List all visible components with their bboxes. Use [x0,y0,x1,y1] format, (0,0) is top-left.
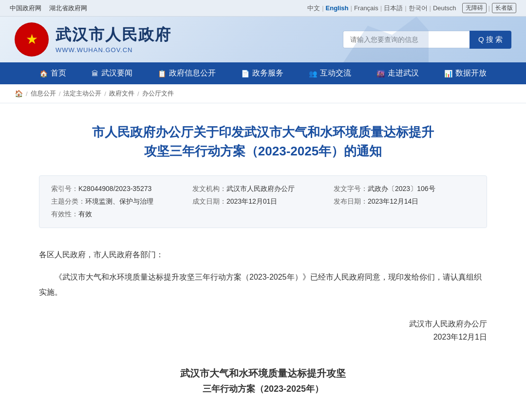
meta-row-3: 有效性：有效 [51,210,475,219]
meta-validity: 有效性：有效 [51,210,192,219]
body-paragraph: 《武汉市大气和水环境质量达标提升攻坚三年行动方案（2023-2025年）》已经市… [39,270,487,300]
nav-about-label: 走进武汉 [388,68,419,78]
nav-gov-services[interactable]: 📄 政务服务 [228,62,296,84]
subdoc-title-line1: 武汉市大气和水环境质量达标提升攻坚 [39,367,487,380]
nav-interaction-label: 互动交流 [320,68,351,78]
disclosure-icon: 📋 [158,70,166,77]
meta-row-2: 主题分类：环境监测、保护与治理 成文日期：2023年12月01日 发布日期：20… [51,197,475,206]
sep4: | [405,4,406,12]
meta-date-made: 成文日期：2023年12月01日 [192,197,334,206]
lang-ja[interactable]: 日本語 [384,4,403,13]
nav-info-disclosure[interactable]: 📋 政府信息公开 [145,62,228,84]
meta-subject-value: 环境监测、保护与治理 [85,197,153,205]
barrier-free-button[interactable]: 无障碍 [462,3,487,13]
article-title: 市人民政府办公厅关于印发武汉市大气和水环境质量达标提升攻坚三年行动方案（2023… [39,123,487,161]
breadcrumb-sep-1: / [26,90,28,97]
meta-subject: 主题分类：环境监测、保护与治理 [51,197,192,206]
breadcrumb-office-docs: 办公厅文件 [142,89,174,98]
search-button[interactable]: Q 搜 索 [470,31,511,49]
meta-doc-no-value: 武政办〔2023〕106号 [368,185,435,192]
subdoc-title-line2: 三年行动方案（2023-2025年） [39,383,487,395]
meta-box: 索引号：K28044908/2023-35273 发文机构：武汉市人民政府办公厅… [39,175,487,228]
header-bg-decoration [307,17,429,62]
meta-date-pub: 发布日期：2023年12月14日 [334,197,475,206]
sep6: | [488,4,490,12]
breadcrumb-statutory[interactable]: 法定主动公开 [63,89,101,98]
nav-about-wuhan[interactable]: 🌆 走进武汉 [364,62,432,84]
main-nav: 🏠 首页 🏛 武汉要闻 📋 政府信息公开 📄 政务服务 👥 互动交流 🌆 走进武… [0,62,526,84]
gov-emblem [15,22,49,57]
sep5: | [430,4,431,12]
logo-text-area: 武汉市人民政府 WWW.WUHAN.GOV.CN [56,25,171,53]
top-link-central-gov[interactable]: 中国政府网 [10,4,41,13]
meta-validity-label: 有效性： [51,210,78,218]
meta-row-1: 索引号：K28044908/2023-35273 发文机构：武汉市人民政府办公厅… [51,185,475,193]
meta-issuer-value: 武汉市人民政府办公厅 [226,185,295,192]
breadcrumb-gov-docs[interactable]: 政府文件 [109,89,134,98]
nav-home[interactable]: 🏠 首页 [27,62,79,84]
nav-home-label: 首页 [51,68,66,78]
signature: 武汉市人民政府办公厅 [39,319,487,329]
breadcrumb: 🏠 / 信息公开 / 法定主动公开 / 政府文件 / 办公厅文件 [0,84,526,103]
nav-interaction[interactable]: 👥 互动交流 [296,62,364,84]
services-icon: 📄 [241,70,249,77]
elder-mode-button[interactable]: 长者版 [492,3,516,13]
meta-empty-2 [334,210,475,219]
meta-ref-no: 索引号：K28044908/2023-35273 [51,185,192,193]
meta-ref-no-value: K28044908/2023-35273 [78,185,151,192]
top-bar-lang: 中文 | English | Français | 日本語 | 한국어 | De… [307,3,516,13]
article-title-text: 市人民政府办公厅关于印发武汉市大气和水环境质量达标提升攻坚三年行动方案（2023… [92,125,434,158]
meta-empty-1 [192,210,334,219]
sep1: | [322,4,323,12]
nav-data-label: 数据开放 [455,68,487,78]
news-icon: 🏛 [92,70,98,77]
nav-services-label: 政务服务 [252,68,283,78]
interaction-icon: 👥 [309,70,317,77]
meta-doc-no-label: 发文字号： [334,185,368,192]
lang-fr[interactable]: Français [354,4,378,12]
meta-issuer: 发文机构：武汉市人民政府办公厅 [192,185,334,193]
top-bar-links: 中国政府网 湖北省政府网 [10,4,87,13]
breadcrumb-sep-2: / [59,90,61,97]
meta-validity-value: 有效 [78,210,92,218]
home-icon: 🏠 [39,70,48,77]
sign-date: 2023年12月1日 [39,332,487,343]
meta-date-pub-value: 2023年12月14日 [368,197,418,205]
site-title: 武汉市人民政府 [56,25,171,44]
meta-issuer-label: 发文机构： [192,185,226,192]
subdoc-title: 武汉市大气和水环境质量达标提升攻坚 三年行动方案（2023-2025年） [39,367,487,395]
top-bar: 中国政府网 湖北省政府网 中文 | English | Français | 日… [0,0,526,17]
meta-date-made-value: 2023年12月01日 [226,197,277,205]
nav-disclosure-label: 政府信息公开 [169,68,216,78]
lang-zh[interactable]: 中文 [307,4,320,13]
meta-ref-no-label: 索引号： [51,185,78,192]
sep3: | [380,4,382,12]
salutation: 各区人民政府，市人民政府各部门： [39,248,487,262]
lang-ko[interactable]: 한국어 [409,4,428,13]
about-icon: 🌆 [376,70,385,77]
header: 武汉市人民政府 WWW.WUHAN.GOV.CN Q 搜 索 [0,17,526,62]
nav-open-data[interactable]: 📊 数据开放 [432,62,499,84]
logo-area: 武汉市人民政府 WWW.WUHAN.GOV.CN [15,22,171,57]
meta-subject-label: 主题分类： [51,197,85,205]
meta-date-made-label: 成文日期： [192,197,226,205]
lang-en[interactable]: English [326,4,349,12]
breadcrumb-sep-4: / [137,90,139,97]
top-link-hubei-gov[interactable]: 湖北省政府网 [49,4,87,13]
nav-news-label: 武汉要闻 [101,68,132,78]
breadcrumb-sep-3: / [104,90,106,97]
meta-doc-no: 发文字号：武政办〔2023〕106号 [334,185,475,193]
breadcrumb-home-icon: 🏠 [15,90,23,97]
main-content: 市人民政府办公厅关于印发武汉市大气和水环境质量达标提升攻坚三年行动方案（2023… [0,103,526,420]
meta-date-pub-label: 发布日期： [334,197,368,205]
sep2: | [350,4,352,12]
nav-news[interactable]: 🏛 武汉要闻 [79,62,145,84]
lang-de[interactable]: Deutsch [433,4,456,12]
site-url: WWW.WUHAN.GOV.CN [56,46,171,54]
data-icon: 📊 [444,70,452,77]
breadcrumb-info-disclosure[interactable]: 信息公开 [31,89,56,98]
